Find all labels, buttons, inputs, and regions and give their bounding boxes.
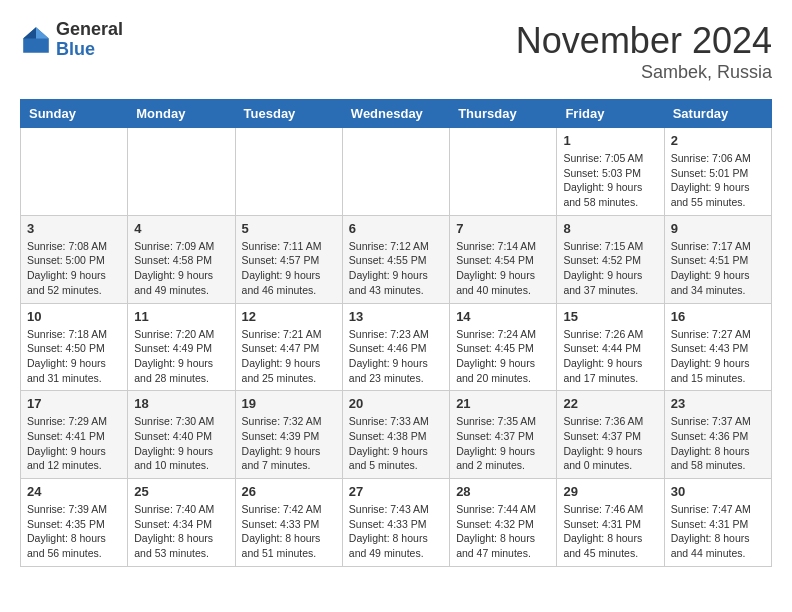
- day-info: Sunrise: 7:40 AMSunset: 4:34 PMDaylight:…: [134, 502, 228, 561]
- calendar-cell: [21, 128, 128, 216]
- svg-marker-2: [23, 27, 36, 38]
- day-info: Sunrise: 7:09 AMSunset: 4:58 PMDaylight:…: [134, 239, 228, 298]
- day-info: Sunrise: 7:23 AMSunset: 4:46 PMDaylight:…: [349, 327, 443, 386]
- day-number: 22: [563, 396, 657, 411]
- day-info: Sunrise: 7:12 AMSunset: 4:55 PMDaylight:…: [349, 239, 443, 298]
- day-info: Sunrise: 7:30 AMSunset: 4:40 PMDaylight:…: [134, 414, 228, 473]
- day-info: Sunrise: 7:24 AMSunset: 4:45 PMDaylight:…: [456, 327, 550, 386]
- day-number: 24: [27, 484, 121, 499]
- day-number: 29: [563, 484, 657, 499]
- calendar-cell: 11Sunrise: 7:20 AMSunset: 4:49 PMDayligh…: [128, 303, 235, 391]
- day-info: Sunrise: 7:39 AMSunset: 4:35 PMDaylight:…: [27, 502, 121, 561]
- day-number: 4: [134, 221, 228, 236]
- day-info: Sunrise: 7:36 AMSunset: 4:37 PMDaylight:…: [563, 414, 657, 473]
- day-number: 9: [671, 221, 765, 236]
- day-info: Sunrise: 7:32 AMSunset: 4:39 PMDaylight:…: [242, 414, 336, 473]
- calendar-cell: 9Sunrise: 7:17 AMSunset: 4:51 PMDaylight…: [664, 215, 771, 303]
- calendar-cell: 13Sunrise: 7:23 AMSunset: 4:46 PMDayligh…: [342, 303, 449, 391]
- day-info: Sunrise: 7:18 AMSunset: 4:50 PMDaylight:…: [27, 327, 121, 386]
- day-info: Sunrise: 7:17 AMSunset: 4:51 PMDaylight:…: [671, 239, 765, 298]
- calendar-cell: 16Sunrise: 7:27 AMSunset: 4:43 PMDayligh…: [664, 303, 771, 391]
- day-info: Sunrise: 7:42 AMSunset: 4:33 PMDaylight:…: [242, 502, 336, 561]
- day-info: Sunrise: 7:15 AMSunset: 4:52 PMDaylight:…: [563, 239, 657, 298]
- calendar-cell: 5Sunrise: 7:11 AMSunset: 4:57 PMDaylight…: [235, 215, 342, 303]
- day-info: Sunrise: 7:29 AMSunset: 4:41 PMDaylight:…: [27, 414, 121, 473]
- day-info: Sunrise: 7:06 AMSunset: 5:01 PMDaylight:…: [671, 151, 765, 210]
- calendar-header-sunday: Sunday: [21, 100, 128, 128]
- day-number: 7: [456, 221, 550, 236]
- calendar-cell: 27Sunrise: 7:43 AMSunset: 4:33 PMDayligh…: [342, 479, 449, 567]
- calendar-table: SundayMondayTuesdayWednesdayThursdayFrid…: [20, 99, 772, 567]
- day-info: Sunrise: 7:47 AMSunset: 4:31 PMDaylight:…: [671, 502, 765, 561]
- calendar-cell: 26Sunrise: 7:42 AMSunset: 4:33 PMDayligh…: [235, 479, 342, 567]
- calendar-cell: 12Sunrise: 7:21 AMSunset: 4:47 PMDayligh…: [235, 303, 342, 391]
- day-number: 3: [27, 221, 121, 236]
- day-info: Sunrise: 7:37 AMSunset: 4:36 PMDaylight:…: [671, 414, 765, 473]
- day-number: 2: [671, 133, 765, 148]
- calendar-cell: 6Sunrise: 7:12 AMSunset: 4:55 PMDaylight…: [342, 215, 449, 303]
- calendar-header-tuesday: Tuesday: [235, 100, 342, 128]
- calendar-cell: 15Sunrise: 7:26 AMSunset: 4:44 PMDayligh…: [557, 303, 664, 391]
- svg-marker-1: [36, 27, 49, 38]
- day-info: Sunrise: 7:26 AMSunset: 4:44 PMDaylight:…: [563, 327, 657, 386]
- day-info: Sunrise: 7:44 AMSunset: 4:32 PMDaylight:…: [456, 502, 550, 561]
- calendar-cell: 28Sunrise: 7:44 AMSunset: 4:32 PMDayligh…: [450, 479, 557, 567]
- calendar-cell: 23Sunrise: 7:37 AMSunset: 4:36 PMDayligh…: [664, 391, 771, 479]
- day-number: 16: [671, 309, 765, 324]
- day-number: 13: [349, 309, 443, 324]
- day-info: Sunrise: 7:08 AMSunset: 5:00 PMDaylight:…: [27, 239, 121, 298]
- calendar-cell: 30Sunrise: 7:47 AMSunset: 4:31 PMDayligh…: [664, 479, 771, 567]
- day-info: Sunrise: 7:14 AMSunset: 4:54 PMDaylight:…: [456, 239, 550, 298]
- day-number: 25: [134, 484, 228, 499]
- calendar-header-wednesday: Wednesday: [342, 100, 449, 128]
- logo-blue-text: Blue: [56, 40, 123, 60]
- calendar-cell: 2Sunrise: 7:06 AMSunset: 5:01 PMDaylight…: [664, 128, 771, 216]
- day-number: 18: [134, 396, 228, 411]
- calendar-cell: 18Sunrise: 7:30 AMSunset: 4:40 PMDayligh…: [128, 391, 235, 479]
- day-info: Sunrise: 7:46 AMSunset: 4:31 PMDaylight:…: [563, 502, 657, 561]
- calendar-cell: [235, 128, 342, 216]
- calendar-cell: 4Sunrise: 7:09 AMSunset: 4:58 PMDaylight…: [128, 215, 235, 303]
- calendar-cell: 7Sunrise: 7:14 AMSunset: 4:54 PMDaylight…: [450, 215, 557, 303]
- day-info: Sunrise: 7:43 AMSunset: 4:33 PMDaylight:…: [349, 502, 443, 561]
- calendar-cell: [450, 128, 557, 216]
- calendar-cell: 3Sunrise: 7:08 AMSunset: 5:00 PMDaylight…: [21, 215, 128, 303]
- day-number: 14: [456, 309, 550, 324]
- day-number: 5: [242, 221, 336, 236]
- day-number: 10: [27, 309, 121, 324]
- calendar-cell: 1Sunrise: 7:05 AMSunset: 5:03 PMDaylight…: [557, 128, 664, 216]
- day-number: 26: [242, 484, 336, 499]
- calendar-week-row: 3Sunrise: 7:08 AMSunset: 5:00 PMDaylight…: [21, 215, 772, 303]
- day-number: 27: [349, 484, 443, 499]
- calendar-cell: 20Sunrise: 7:33 AMSunset: 4:38 PMDayligh…: [342, 391, 449, 479]
- calendar-header-row: SundayMondayTuesdayWednesdayThursdayFrid…: [21, 100, 772, 128]
- day-info: Sunrise: 7:35 AMSunset: 4:37 PMDaylight:…: [456, 414, 550, 473]
- day-info: Sunrise: 7:05 AMSunset: 5:03 PMDaylight:…: [563, 151, 657, 210]
- calendar-week-row: 10Sunrise: 7:18 AMSunset: 4:50 PMDayligh…: [21, 303, 772, 391]
- day-number: 21: [456, 396, 550, 411]
- calendar-cell: 19Sunrise: 7:32 AMSunset: 4:39 PMDayligh…: [235, 391, 342, 479]
- calendar-cell: [128, 128, 235, 216]
- calendar-header-monday: Monday: [128, 100, 235, 128]
- logo-general-text: General: [56, 20, 123, 40]
- day-info: Sunrise: 7:11 AMSunset: 4:57 PMDaylight:…: [242, 239, 336, 298]
- day-number: 12: [242, 309, 336, 324]
- calendar-cell: 29Sunrise: 7:46 AMSunset: 4:31 PMDayligh…: [557, 479, 664, 567]
- day-number: 6: [349, 221, 443, 236]
- day-number: 19: [242, 396, 336, 411]
- calendar-week-row: 1Sunrise: 7:05 AMSunset: 5:03 PMDaylight…: [21, 128, 772, 216]
- day-number: 30: [671, 484, 765, 499]
- location-title: Sambek, Russia: [516, 62, 772, 83]
- logo: General Blue: [20, 20, 123, 60]
- day-number: 23: [671, 396, 765, 411]
- day-info: Sunrise: 7:21 AMSunset: 4:47 PMDaylight:…: [242, 327, 336, 386]
- day-number: 15: [563, 309, 657, 324]
- calendar-cell: 8Sunrise: 7:15 AMSunset: 4:52 PMDaylight…: [557, 215, 664, 303]
- page-header: General Blue November 2024 Sambek, Russi…: [20, 20, 772, 83]
- day-number: 28: [456, 484, 550, 499]
- calendar-cell: 24Sunrise: 7:39 AMSunset: 4:35 PMDayligh…: [21, 479, 128, 567]
- calendar-header-saturday: Saturday: [664, 100, 771, 128]
- logo-text: General Blue: [56, 20, 123, 60]
- calendar-cell: 10Sunrise: 7:18 AMSunset: 4:50 PMDayligh…: [21, 303, 128, 391]
- day-number: 8: [563, 221, 657, 236]
